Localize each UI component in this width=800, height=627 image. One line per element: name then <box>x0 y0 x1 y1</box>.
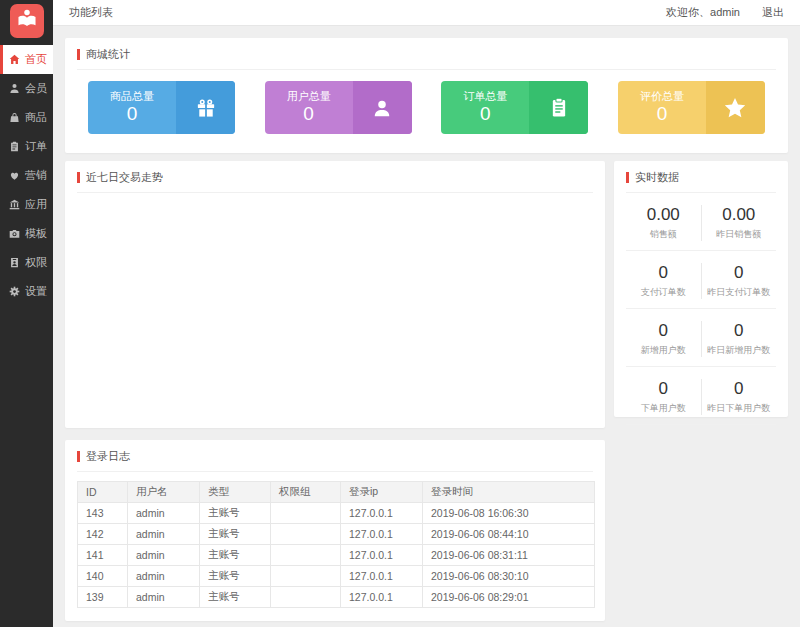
table-cell: 127.0.0.1 <box>341 524 423 545</box>
sidebar-item-orders[interactable]: 订单 <box>0 132 53 161</box>
login-log-table: ID 用户名 类型 权限组 登录ip 登录时间 143admin主账号127.0… <box>77 481 595 608</box>
stat-value: 0 <box>626 379 701 398</box>
table-cell: 2019-06-06 08:30:10 <box>423 566 595 587</box>
table-cell: 2019-06-06 08:29:01 <box>423 587 595 608</box>
stat-label: 新增用户数 <box>626 344 701 357</box>
table-cell: admin <box>128 587 200 608</box>
reader-logo-icon <box>16 8 38 34</box>
sidebar-item-permissions[interactable]: 权限 <box>0 248 53 277</box>
realtime-row: 0.00 销售额 0.00 昨日销售额 <box>626 193 776 251</box>
welcome-text: 欢迎你、admin <box>666 5 740 20</box>
table-cell: admin <box>128 524 200 545</box>
gear-icon <box>9 286 20 297</box>
main-content: 商城统计 商品总量 0 用户总量 <box>53 27 800 627</box>
sidebar-item-templates[interactable]: 模板 <box>0 219 53 248</box>
stat-value: 0 <box>626 321 701 340</box>
sidebar-item-label: 会员 <box>25 81 47 96</box>
table-cell: 142 <box>78 524 128 545</box>
stat-label: 支付订单数 <box>626 286 701 299</box>
table-cell: 主账号 <box>200 503 271 524</box>
table-cell: admin <box>128 503 200 524</box>
panel-title: 商城统计 <box>86 47 130 62</box>
col-header-id: ID <box>78 482 128 503</box>
logout-link[interactable]: 退出 <box>762 5 784 20</box>
table-cell: 2019-06-06 08:44:10 <box>423 524 595 545</box>
stat-cards-row: 商品总量 0 用户总量 0 <box>65 70 788 134</box>
table-cell: 2019-06-08 16:06:30 <box>423 503 595 524</box>
col-header-login-time: 登录时间 <box>423 482 595 503</box>
panel-header: 实时数据 <box>626 161 776 193</box>
stat-card-orders[interactable]: 订单总量 0 <box>441 81 588 134</box>
table-cell: 143 <box>78 503 128 524</box>
panel-header: 登录日志 <box>77 440 593 472</box>
stat-card-label: 商品总量 <box>110 90 154 103</box>
accent-bar <box>77 172 80 183</box>
clipboard-icon <box>529 81 588 134</box>
table-cell: 127.0.0.1 <box>341 566 423 587</box>
stat-label: 昨日新增用户数 <box>702 344 777 357</box>
accent-bar <box>77 49 80 60</box>
sidebar-item-apps[interactable]: 应用 <box>0 190 53 219</box>
table-cell: 127.0.0.1 <box>341 587 423 608</box>
sidebar-item-label: 首页 <box>25 52 47 67</box>
trend-panel: 近七日交易走势 <box>65 161 605 428</box>
sidebar: 首页 会员 商品 订单 营销 <box>0 0 53 627</box>
app-logo[interactable] <box>10 4 44 38</box>
table-row: 139admin主账号127.0.0.12019-06-06 08:29:01 <box>78 587 595 608</box>
stat-label: 昨日支付订单数 <box>702 286 777 299</box>
table-cell: admin <box>128 566 200 587</box>
table-cell: 127.0.0.1 <box>341 503 423 524</box>
table-cell: 主账号 <box>200 566 271 587</box>
table-cell <box>271 524 341 545</box>
sidebar-item-home[interactable]: 首页 <box>0 45 53 74</box>
stat-value: 0 <box>702 379 777 398</box>
col-header-permission-group: 权限组 <box>271 482 341 503</box>
topbar: 功能列表 欢迎你、admin 退出 <box>53 0 800 26</box>
realtime-stat: 0 新增用户数 <box>626 321 702 357</box>
table-cell <box>271 503 341 524</box>
stat-card-value: 0 <box>480 103 491 125</box>
page-title: 功能列表 <box>69 5 113 20</box>
stat-card-label: 订单总量 <box>463 90 507 103</box>
stat-label: 昨日下单用户数 <box>702 402 777 415</box>
stat-card-users[interactable]: 用户总量 0 <box>265 81 412 134</box>
stat-card-value: 0 <box>303 103 314 125</box>
sidebar-item-marketing[interactable]: 营销 <box>0 161 53 190</box>
realtime-data-panel: 实时数据 0.00 销售额 0.00 昨日销售额 0 支付订单数 <box>614 161 788 417</box>
col-header-username: 用户名 <box>128 482 200 503</box>
heart-icon <box>9 170 20 181</box>
table-cell <box>271 566 341 587</box>
stat-card-products[interactable]: 商品总量 0 <box>88 81 235 134</box>
col-header-type: 类型 <box>200 482 271 503</box>
realtime-stat: 0 昨日支付订单数 <box>702 263 777 299</box>
sidebar-item-settings[interactable]: 设置 <box>0 277 53 306</box>
sidebar-item-label: 应用 <box>25 197 47 212</box>
stat-card-reviews[interactable]: 评价总量 0 <box>618 81 765 134</box>
realtime-row: 0 下单用户数 0 昨日下单用户数 <box>626 367 776 425</box>
user-icon <box>353 81 412 134</box>
table-cell <box>271 587 341 608</box>
sidebar-menu: 首页 会员 商品 订单 营销 <box>0 45 53 306</box>
table-cell: admin <box>128 545 200 566</box>
sidebar-item-products[interactable]: 商品 <box>0 103 53 132</box>
table-cell: 140 <box>78 566 128 587</box>
realtime-stat: 0.00 销售额 <box>626 205 702 241</box>
panel-title: 近七日交易走势 <box>86 170 163 185</box>
order-clipboard-icon <box>9 141 20 152</box>
sidebar-item-members[interactable]: 会员 <box>0 74 53 103</box>
realtime-stat: 0 下单用户数 <box>626 379 702 415</box>
realtime-stat: 0.00 昨日销售额 <box>702 205 777 241</box>
shopping-bag-icon <box>9 112 20 123</box>
table-cell: 127.0.0.1 <box>341 545 423 566</box>
table-cell: 139 <box>78 587 128 608</box>
table-row: 142admin主账号127.0.0.12019-06-06 08:44:10 <box>78 524 595 545</box>
table-cell: 2019-06-06 08:31:11 <box>423 545 595 566</box>
table-cell: 主账号 <box>200 587 271 608</box>
camera-icon <box>9 228 20 239</box>
realtime-row: 0 新增用户数 0 昨日新增用户数 <box>626 309 776 367</box>
sidebar-item-label: 订单 <box>25 139 47 154</box>
sidebar-item-label: 权限 <box>25 255 47 270</box>
mall-statistics-panel: 商城统计 商品总量 0 用户总量 <box>65 38 788 153</box>
table-header-row: ID 用户名 类型 权限组 登录ip 登录时间 <box>78 482 595 503</box>
stat-card-value: 0 <box>127 103 138 125</box>
